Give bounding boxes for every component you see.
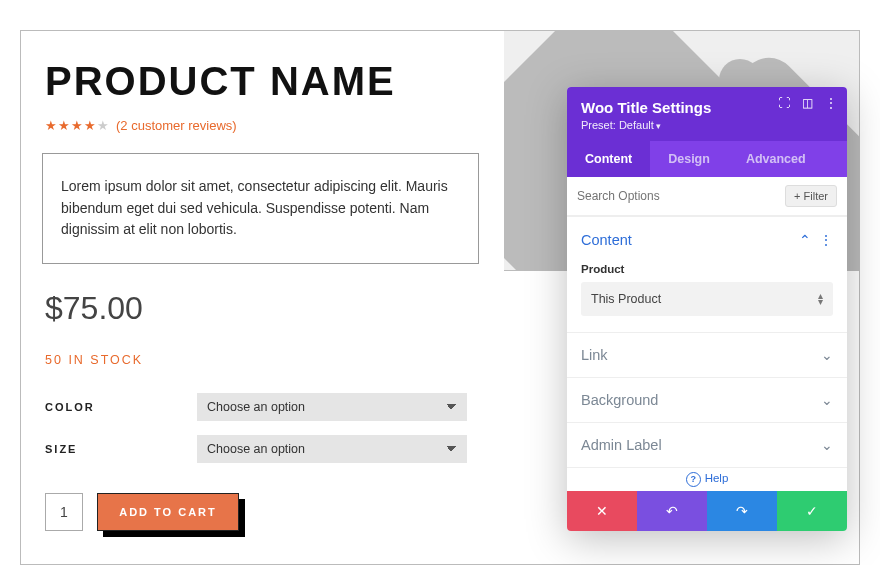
kebab-menu-icon[interactable]: ⋮ bbox=[825, 96, 837, 110]
section-link-header[interactable]: Link ⌄ bbox=[567, 333, 847, 377]
snap-icon[interactable]: ◫ bbox=[802, 96, 813, 110]
tab-content[interactable]: Content bbox=[567, 141, 650, 177]
color-select[interactable]: Choose an option bbox=[197, 393, 467, 421]
tab-design[interactable]: Design bbox=[650, 141, 728, 177]
review-count-link[interactable]: (2 customer reviews) bbox=[116, 118, 237, 133]
color-label: COLOR bbox=[45, 401, 197, 413]
section-background-header[interactable]: Background ⌄ bbox=[567, 378, 847, 422]
settings-panel: Woo Title Settings Preset: Default ⛶ ◫ ⋮… bbox=[567, 87, 847, 531]
tab-advanced[interactable]: Advanced bbox=[728, 141, 824, 177]
panel-header[interactable]: Woo Title Settings Preset: Default ⛶ ◫ ⋮ bbox=[567, 87, 847, 141]
panel-footer: ✕ ↶ ↷ ✓ bbox=[567, 491, 847, 531]
redo-icon: ↷ bbox=[736, 503, 748, 519]
undo-button[interactable]: ↶ bbox=[637, 491, 707, 531]
save-button[interactable]: ✓ bbox=[777, 491, 847, 531]
chevron-down-icon: ⌄ bbox=[821, 392, 833, 408]
product-field-label: Product bbox=[581, 263, 833, 275]
star-rating-icon: ★★★★★ bbox=[45, 118, 110, 133]
cancel-button[interactable]: ✕ bbox=[567, 491, 637, 531]
size-label: SIZE bbox=[45, 443, 197, 455]
filter-button[interactable]: + Filter bbox=[785, 185, 837, 207]
section-title: Content bbox=[581, 232, 632, 248]
section-title: Background bbox=[581, 392, 658, 408]
preset-dropdown[interactable]: Preset: Default bbox=[581, 119, 833, 131]
redo-button[interactable]: ↷ bbox=[707, 491, 777, 531]
quantity-input[interactable] bbox=[45, 493, 83, 531]
check-icon: ✓ bbox=[806, 503, 818, 519]
undo-icon: ↶ bbox=[666, 503, 678, 519]
panel-tabs: Content Design Advanced bbox=[567, 141, 847, 177]
chevron-down-icon: ⌄ bbox=[821, 437, 833, 453]
size-select[interactable]: Choose an option bbox=[197, 435, 467, 463]
product-select[interactable]: This Product bbox=[581, 282, 833, 316]
section-title: Link bbox=[581, 347, 608, 363]
expand-icon[interactable]: ⛶ bbox=[778, 96, 790, 110]
chevron-down-icon: ⌄ bbox=[821, 347, 833, 363]
add-to-cart-button[interactable]: ADD TO CART bbox=[97, 493, 239, 531]
panel-body: + Filter Content ⌃ ⋮ Product This Produc… bbox=[567, 177, 847, 491]
help-link[interactable]: Help bbox=[567, 467, 847, 491]
search-options-input[interactable] bbox=[577, 189, 785, 203]
product-description: Lorem ipsum dolor sit amet, consectetur … bbox=[42, 153, 479, 264]
section-content-header[interactable]: Content ⌃ ⋮ bbox=[567, 217, 847, 263]
section-title: Admin Label bbox=[581, 437, 662, 453]
section-admin-label-header[interactable]: Admin Label ⌄ bbox=[567, 423, 847, 467]
kebab-menu-icon[interactable]: ⋮ bbox=[819, 232, 833, 248]
chevron-up-icon: ⌃ bbox=[799, 232, 811, 248]
close-icon: ✕ bbox=[596, 503, 608, 519]
